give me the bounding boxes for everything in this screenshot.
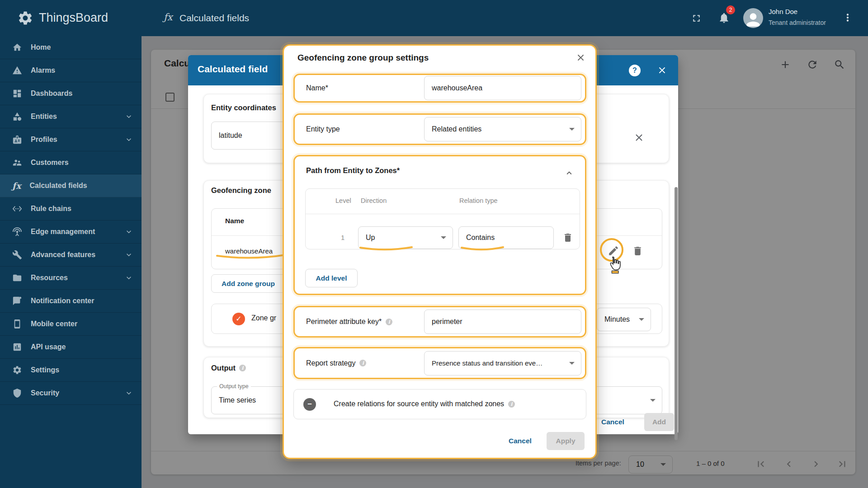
chevron-down-icon — [639, 318, 644, 321]
name-input[interactable]: warehouseArea — [424, 76, 581, 100]
customers-icon — [12, 158, 22, 168]
perimeter-section: Perimeter attribute key* i perimeter — [293, 306, 586, 338]
hand-cursor-icon — [608, 256, 622, 274]
sidebar-item-notification-center[interactable]: Notification center — [0, 290, 142, 313]
sidebar-item-home[interactable]: Home — [0, 36, 142, 59]
info-icon: i — [239, 365, 246, 371]
report-strategy-section: Report strategy i Presence status and tr… — [293, 347, 586, 379]
sidebar-item-calculated-fields[interactable]: ƒx Calculated fields — [0, 174, 142, 197]
card-heading: Entity coordinates — [211, 103, 276, 112]
chevron-down-icon — [650, 399, 656, 402]
sidebar-item-security[interactable]: Security — [0, 382, 142, 405]
profiles-icon — [12, 135, 22, 145]
dialog-title: Calculated field — [198, 64, 268, 75]
sidebar-item-settings[interactable]: Settings — [0, 359, 142, 382]
entity-type-select[interactable]: Related entities — [424, 117, 581, 141]
scrollbar-thumb[interactable] — [675, 187, 678, 440]
divider — [306, 214, 580, 214]
edge-icon — [12, 227, 22, 237]
add-level-button[interactable]: Add level — [305, 269, 358, 287]
path-levels-table: Level Direction Relation type 1 Up Conta… — [305, 188, 580, 249]
fx-icon: ƒx — [12, 181, 21, 191]
notification-icon — [12, 296, 22, 306]
path-section: Path from Entity to Zones* Level Directi… — [293, 155, 586, 295]
sidebar-item-advanced-features[interactable]: Advanced features — [0, 244, 142, 267]
delete-trash-icon[interactable] — [562, 232, 573, 243]
sidebar-item-rule-chains[interactable]: Rule chains — [0, 197, 142, 221]
add-button[interactable]: Add — [644, 413, 674, 431]
fullscreen-icon[interactable] — [691, 13, 702, 24]
perimeter-input[interactable]: perimeter — [424, 310, 581, 334]
name-section: Name* warehouseArea — [293, 74, 586, 103]
column-header-level: Level — [335, 197, 351, 204]
remove-row-icon[interactable] — [633, 132, 645, 143]
sidebar-item-alarms[interactable]: Alarms — [0, 59, 142, 82]
dialog-title: Geofencing zone group settings — [297, 53, 429, 63]
entities-icon — [12, 112, 22, 122]
chevron-down-icon — [124, 227, 133, 236]
folder-icon — [12, 273, 22, 283]
topbar: ThingsBoard ƒx Calculated fields 2 John … — [0, 0, 868, 36]
chevron-down-icon — [124, 135, 133, 144]
notifications-badge: 2 — [726, 5, 735, 14]
chevron-down-icon — [441, 236, 446, 239]
collapse-chevron-up-icon[interactable] — [564, 168, 574, 178]
zone-group-settings-dialog: Geofencing zone group settings Name* war… — [283, 44, 597, 459]
chevron-down-icon — [124, 250, 133, 259]
info-icon: i — [359, 360, 366, 366]
api-usage-icon — [12, 342, 22, 352]
user-name: John Doe — [769, 8, 797, 15]
info-icon: i — [508, 401, 515, 408]
thingsboard-logo-icon — [17, 10, 33, 26]
help-icon[interactable]: ? — [629, 65, 641, 76]
sidebar-item-mobile-center[interactable]: Mobile center — [0, 313, 142, 336]
perimeter-label: Perimeter attribute key* i — [306, 318, 392, 326]
sidebar-item-api-usage[interactable]: API usage — [0, 336, 142, 359]
column-header-direction: Direction — [361, 197, 387, 204]
sidebar-item-entities[interactable]: Entities — [0, 105, 142, 128]
name-label: Name* — [306, 84, 328, 92]
fx-icon: ƒx — [164, 12, 173, 23]
create-relations-row: – Create relations for source entity wit… — [293, 389, 586, 419]
report-strategy-select[interactable]: Presence status and transition eve… — [424, 351, 581, 375]
entity-type-label: Entity type — [306, 125, 340, 133]
topbar-page-title: Calculated fields — [179, 13, 249, 23]
direction-select[interactable]: Up — [358, 226, 453, 249]
sidebar-item-resources[interactable]: Resources — [0, 267, 142, 290]
cancel-button[interactable]: Cancel — [601, 418, 624, 426]
dashboards-icon — [12, 89, 22, 99]
cancel-button[interactable]: Cancel — [509, 437, 532, 445]
sidebar-item-customers[interactable]: Customers — [0, 151, 142, 174]
sidebar-item-dashboards[interactable]: Dashboards — [0, 82, 142, 105]
entity-type-section: Entity type Related entities — [293, 113, 586, 145]
card-heading: Geofencing zone — [211, 186, 271, 195]
chevron-down-icon — [569, 362, 575, 365]
apply-button[interactable]: Apply — [547, 432, 585, 450]
path-heading: Path from Entity to Zones* — [306, 166, 400, 175]
gear-icon — [12, 365, 22, 375]
report-strategy-label: Report strategy i — [306, 359, 366, 367]
close-icon[interactable] — [657, 65, 667, 75]
tools-icon — [12, 250, 22, 260]
level-number: 1 — [341, 234, 344, 241]
create-relations-label: Create relations for source entity with … — [334, 400, 515, 408]
interval-unit-select[interactable]: Minutes — [597, 308, 651, 331]
delete-trash-icon[interactable] — [632, 245, 643, 257]
column-header-relation-type: Relation type — [459, 197, 498, 204]
info-icon: i — [386, 319, 392, 325]
shield-icon — [12, 388, 22, 398]
column-header-name: Name — [225, 217, 244, 225]
logo-text: ThingsBoard — [39, 11, 108, 25]
toggle-minus: – — [303, 398, 316, 411]
sidebar-item-edge-management[interactable]: Edge management — [0, 221, 142, 244]
warning-icon — [12, 66, 22, 75]
sidebar-item-profiles[interactable]: Profiles — [0, 128, 142, 151]
avatar[interactable] — [743, 8, 763, 28]
more-menu-icon[interactable] — [842, 12, 854, 23]
mobile-icon — [12, 319, 22, 329]
user-role: Tenant administrator — [769, 19, 826, 26]
relation-type-input[interactable]: Contains — [458, 226, 554, 249]
close-icon[interactable] — [576, 52, 586, 63]
sidebar: Home Alarms Dashboards Entities Profiles… — [0, 36, 142, 488]
rule-chains-icon — [12, 204, 22, 214]
